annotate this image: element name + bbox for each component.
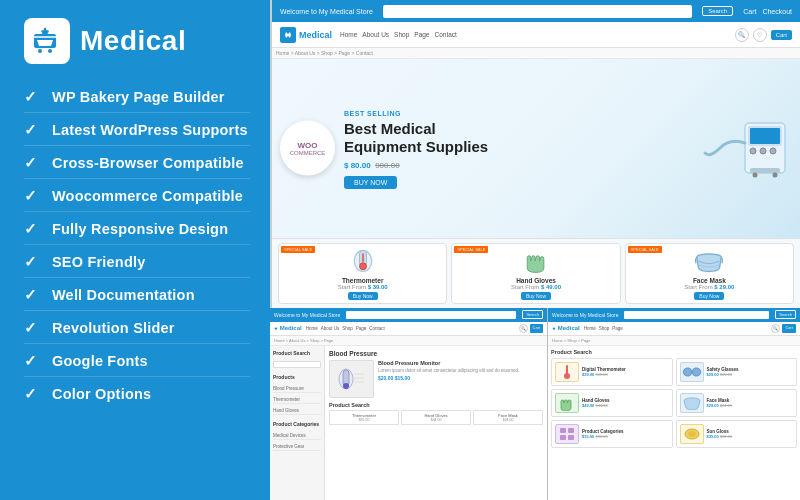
bottom-left-nav-home[interactable]: Home [306, 326, 318, 331]
bottom-sidebar-cat-2: Protective Gear [273, 443, 321, 451]
product-card-gloves: SPECIAL SALE Hand Gloves Start From $ 49… [451, 243, 620, 304]
nav2-links: Home About Us Shop Page Contact [340, 31, 727, 38]
bottom-grid-item-2: Hand Gloves $44.00 [401, 410, 471, 425]
bottom-product-glasses-img [680, 362, 704, 382]
hero-section: WOO COMMERCE BEST SELLING Best MedicalEq… [272, 59, 800, 238]
nav2-shop[interactable]: Shop [394, 31, 409, 38]
bottom-left-search-btn[interactable]: Search [522, 310, 543, 319]
bottom-product-mask2-price: $29.00 $24.00 [707, 403, 733, 408]
bottom-left-nav-about[interactable]: About Us [321, 326, 340, 331]
bottom-product-gloves2-price: $49.00 $44.00 [582, 403, 610, 408]
mockup-top-inner: Welcome to My Medical Store Search Cart … [272, 0, 800, 308]
bottom-left-main: Blood Pressure B [325, 346, 547, 500]
nav-checkout-text[interactable]: Checkout [762, 8, 792, 15]
product-badge-1: SPECIAL SALE [281, 246, 315, 253]
product-btn-2[interactable]: Buy Now [521, 292, 551, 300]
bottom-product-mask2-img [680, 393, 704, 413]
bottom-grid-item-3-price: $24.00 [476, 418, 540, 422]
check-icon-color-options: ✓ [24, 385, 42, 403]
bottom-left-cart-btn[interactable]: Cart [530, 324, 544, 333]
bottom-left-sidebar: Product Search Products Blood Pressure T… [270, 346, 325, 500]
commerce-text: COMMERCE [290, 150, 326, 156]
bottom-right-search-btn[interactable]: Search [775, 310, 796, 319]
nav2-icon-heart[interactable]: ♡ [753, 28, 767, 42]
bottom-products-grid: Thermometer $35.00 Hand Gloves $44.00 Fa… [329, 410, 543, 425]
nav2-cart-button[interactable]: Cart [771, 30, 792, 40]
bottom-featured-desc: Lorem ipsum dolor sit amet consectetur a… [378, 368, 543, 373]
bottom-product-sungloss-img [680, 424, 704, 444]
bottom-sidebar-search[interactable] [273, 361, 321, 368]
svg-rect-13 [750, 168, 780, 173]
bottom-right-search-icon[interactable]: 🔍 [771, 324, 780, 333]
bottom-right-nav-shop[interactable]: Shop [599, 326, 610, 331]
bottom-left-body: Product Search Products Blood Pressure T… [270, 346, 547, 500]
product-price-1: Start From $ 39.00 [338, 284, 388, 290]
svg-point-20 [359, 262, 366, 269]
nav2-icons: 🔍 ♡ Cart [735, 28, 792, 42]
feature-label-google-fonts: Google Fonts [52, 353, 148, 369]
svg-point-10 [750, 148, 756, 154]
hero-buy-button[interactable]: BUY NOW [344, 176, 397, 189]
feature-item-seo: ✓SEO Friendly [24, 247, 250, 278]
bottom-right-cart-btn[interactable]: Cart [782, 324, 796, 333]
nav2-about[interactable]: About Us [362, 31, 389, 38]
bottom-right-nav-home[interactable]: Home [584, 326, 596, 331]
hero-title: Best MedicalEquipment Supplies [344, 120, 672, 156]
bottom-featured-img [329, 360, 374, 398]
features-list: ✓WP Bakery Page Builder✓Latest WordPress… [24, 82, 250, 409]
bottom-mockup-left: Welcome to My Medical Store Search ⬥ Med… [270, 308, 547, 500]
bottom-left-breadcrumb: Home > About Us > Shop > Page [270, 336, 547, 346]
nav2-page[interactable]: Page [414, 31, 429, 38]
bottom-sidebar-cat-1: Medical Devices [273, 432, 321, 440]
bottom-mockup-right: Welcome to My Medical Store Search ⬥ Med… [547, 308, 800, 500]
products-strip: SPECIAL SALE Thermometer Start From $ 39… [272, 238, 800, 308]
bottom-left-logo: ⬥ Medical [274, 325, 302, 331]
check-icon-responsive: ✓ [24, 220, 42, 238]
nav-search-bar[interactable] [383, 5, 692, 18]
feature-item-revolution: ✓Revolution Slider [24, 313, 250, 344]
bottom-product-sungloss: Sun Gloss $35.00 $30.00 [676, 420, 797, 448]
bottom-grid-item-1-price: $35.00 [332, 418, 396, 422]
bottom-right-nav-links: Home Shop Page [584, 326, 623, 331]
nav2-contact[interactable]: Contact [434, 31, 456, 38]
feature-item-documentation: ✓Well Documentation [24, 280, 250, 311]
product-btn-1[interactable]: Buy Now [348, 292, 378, 300]
bottom-right-search[interactable] [624, 311, 769, 319]
feature-label-color-options: Color Options [52, 386, 151, 402]
bottom-featured-info: Blood Pressure Monitor Lorem ipsum dolor… [378, 360, 543, 398]
bottom-right-nav-page[interactable]: Page [612, 326, 623, 331]
bottom-left-search[interactable] [346, 311, 516, 319]
nav2-icon-search[interactable]: 🔍 [735, 28, 749, 42]
hero-price-old: 900.00 [375, 161, 399, 170]
hero-subtitle: BEST SELLING [344, 110, 672, 117]
bottom-products-title: Product Search [329, 402, 543, 408]
bottom-right-body: Product Search [548, 346, 800, 500]
bottom-left-nav-page[interactable]: Page [356, 326, 367, 331]
bottom-product-categories-price: $35.00 $30.00 [582, 434, 624, 439]
bottom-right-welcome: Welcome to My Medical Store [552, 312, 618, 318]
bottom-product-gloves2-info: Hand Gloves $49.00 $44.00 [582, 398, 610, 408]
bottom-left-nav-contact[interactable]: Contact [369, 326, 385, 331]
bottom-sidebar-gloves: Hand Gloves [273, 407, 321, 415]
nav-cart-text[interactable]: Cart [743, 8, 756, 15]
feature-item-wp-supports: ✓Latest WordPress Supports [24, 115, 250, 146]
svg-rect-27 [560, 435, 566, 440]
bottom-product-mask2-info: Face Mask $29.00 $24.00 [707, 398, 733, 408]
bottom-left-nav-shop[interactable]: Shop [342, 326, 353, 331]
logo-area: Medical [24, 18, 250, 64]
product-btn-3[interactable]: Buy Now [694, 292, 724, 300]
product-badge-3: SPECIAL SALE [628, 246, 662, 253]
bottom-product-thermometer-img [555, 362, 579, 382]
check-icon-seo: ✓ [24, 253, 42, 271]
svg-rect-28 [568, 435, 574, 440]
bottom-right-nav-icons: 🔍 Cart [771, 324, 796, 333]
bottom-left-top-nav: Welcome to My Medical Store Search [270, 308, 547, 322]
nav-search-button[interactable]: Search [702, 6, 733, 16]
product-name-1: Thermometer [342, 277, 384, 284]
bottom-left-search-icon[interactable]: 🔍 [519, 324, 528, 333]
bottom-product-categories-info: Product Categories $35.00 $30.00 [582, 429, 624, 439]
bottom-right-main: Product Search [548, 346, 800, 500]
check-icon-woocommerce: ✓ [24, 187, 42, 205]
nav2-home[interactable]: Home [340, 31, 357, 38]
bottom-product-thermometer: Digital Thermometer $39.00 $35.00 [551, 358, 672, 386]
